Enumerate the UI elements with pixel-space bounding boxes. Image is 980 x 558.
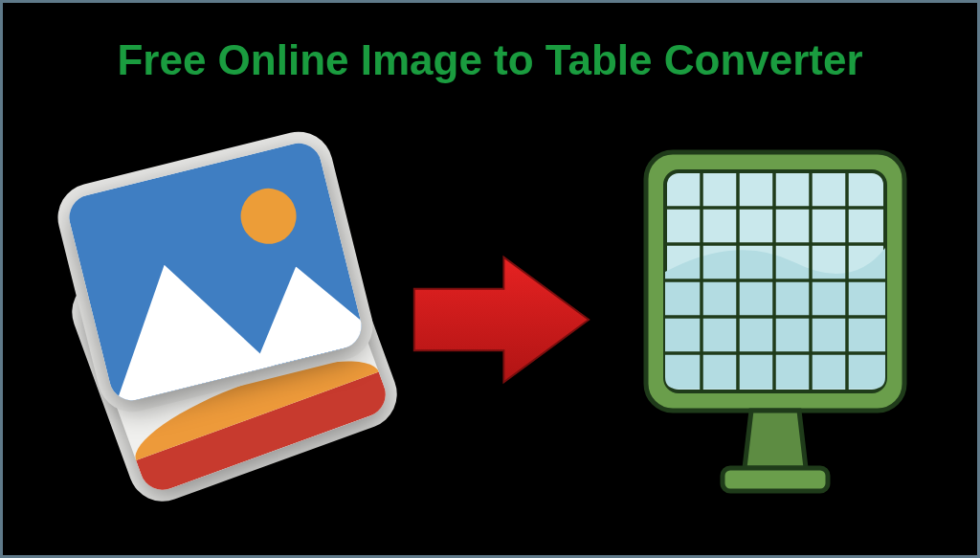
page-title: Free Online Image to Table Converter	[117, 36, 862, 84]
svg-rect-12	[723, 468, 828, 491]
photo-stack-icon	[62, 157, 368, 482]
table-monitor-icon	[632, 138, 919, 502]
hero-graphic	[3, 84, 977, 555]
arrow-right-icon	[407, 248, 593, 391]
